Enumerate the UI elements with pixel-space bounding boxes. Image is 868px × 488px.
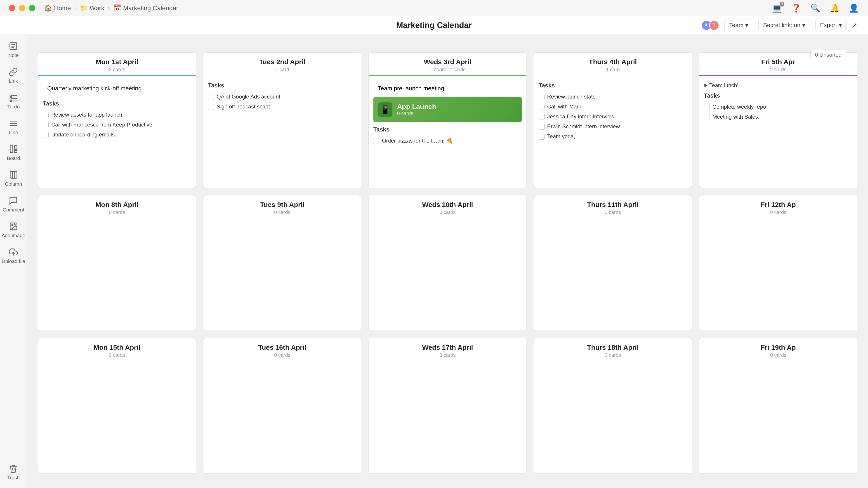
sidebar-link-label: Link — [9, 78, 18, 84]
mon-task-1-text: Review assets for app launch. — [51, 111, 124, 118]
sidebar-upload-label: Upload file — [2, 258, 25, 264]
mon-task-2-checkbox[interactable] — [43, 122, 49, 128]
mon-task-1: Review assets for app launch. — [43, 110, 191, 120]
day-tue-9-name: Tues 9th April — [207, 201, 358, 208]
fri-bullet-1: Team lunch! — [704, 80, 852, 90]
sidebar-item-todo[interactable]: To-do — [7, 93, 20, 110]
day-fri-19-name: Fri 19th Ap — [703, 344, 854, 351]
tue-task-1-checkbox[interactable] — [208, 94, 214, 100]
day-tue-2: Tues 2nd April 1 card Tasks QA of Google… — [203, 53, 361, 188]
help-icon[interactable]: ❓ — [791, 3, 801, 13]
day-wed-3: Weds 3rd April 1 board, 2 cards Team pre… — [368, 53, 526, 188]
app-launch-icon: 📱 — [378, 102, 393, 117]
sidebar-item-note[interactable]: Note — [8, 41, 19, 58]
thu-task-2-checkbox[interactable] — [539, 104, 545, 110]
day-mon-1-count: 2 cards — [42, 67, 192, 72]
breadcrumb: 🏠 Home › 📁 Work › 📅 Marketing Calendar — [44, 4, 178, 12]
app-launch-name: App Launch — [397, 103, 436, 110]
expand-button[interactable]: ⤢ — [852, 22, 857, 29]
day-mon-15-count: 0 cards — [42, 352, 192, 358]
sidebar-item-board[interactable]: Board — [7, 144, 20, 161]
fri-task-1-checkbox[interactable] — [704, 104, 710, 110]
minimize-button[interactable] — [19, 5, 25, 11]
breadcrumb-marketing-calendar[interactable]: 📅 Marketing Calendar — [114, 4, 178, 12]
mon-task-1-checkbox[interactable] — [43, 112, 49, 118]
user-icon[interactable]: 👤 — [849, 3, 859, 13]
search-icon[interactable]: 🔍 — [810, 3, 820, 13]
thu-task-1-text: Review launch stats. — [547, 94, 597, 100]
day-thu-4-count: 1 card — [538, 67, 688, 72]
sidebar-trash-label: Trash — [7, 475, 20, 481]
wed-team-pre-launch: Team pre-launch meeting — [373, 80, 522, 97]
wed-task-1-checkbox[interactable] — [373, 138, 379, 144]
mon-task-3-checkbox[interactable] — [43, 132, 49, 138]
mon-highlight-text: Quarterly marketing kick-off meeting. — [47, 85, 143, 92]
breadcrumb-work[interactable]: 📁 Work — [80, 4, 104, 12]
day-mon-15-header: Mon 15th April 0 cards — [38, 338, 196, 361]
thu-tasks-title: Tasks — [539, 82, 687, 89]
day-mon-8-name: Mon 8th April — [42, 201, 192, 208]
day-fri-19-body — [700, 361, 857, 370]
day-wed-3-count: 1 board, 2 cards — [372, 67, 523, 72]
export-chevron-icon: ▾ — [839, 22, 842, 29]
monitor-icon[interactable]: 💻 3 — [772, 3, 782, 13]
fri-task-2-text: Meeting with Sales. — [712, 113, 760, 120]
day-fri-19-header: Fri 19th Ap 0 cards — [700, 338, 857, 361]
thu-task-1-checkbox[interactable] — [539, 94, 545, 100]
day-mon-15-name: Mon 15th April — [42, 344, 192, 351]
day-tue-9-header: Tues 9th April 0 cards — [204, 195, 361, 219]
day-tue-2-header: Tues 2nd April 1 card — [204, 53, 361, 76]
fri-task-2: Meeting with Sales. — [704, 112, 852, 122]
thu-task-1: Review launch stats. — [539, 92, 687, 102]
day-mon-8: Mon 8th April 0 cards — [38, 195, 196, 331]
unsorted-label: 0 Unsorted — [815, 52, 842, 58]
day-thu-4-header: Thurs 4th April 1 card — [534, 53, 692, 76]
tue-task-1: QA of Google Ads account. — [208, 92, 356, 102]
breadcrumb-home[interactable]: 🏠 Home — [44, 4, 71, 12]
team-chevron-icon: ▾ — [745, 22, 748, 29]
fri-bullet-dot — [704, 84, 707, 87]
sidebar-item-trash[interactable]: Trash — [7, 464, 20, 481]
notifications-icon[interactable]: 🔔 — [830, 3, 840, 13]
close-button[interactable] — [9, 5, 16, 11]
secret-link-button[interactable]: Secret link: on ▾ — [758, 19, 810, 31]
sidebar-item-column[interactable]: Column — [5, 170, 22, 187]
maximize-button[interactable] — [29, 5, 35, 11]
avatar-2: B — [709, 20, 719, 30]
team-label: Team — [729, 22, 744, 29]
thu-task-4-checkbox[interactable] — [539, 124, 545, 130]
sidebar-item-upload-file[interactable]: Upload file — [2, 248, 25, 264]
day-mon-8-body — [38, 219, 196, 228]
day-fri-12-count: 0 cards — [703, 209, 854, 215]
day-thu-11-name: Thurs 11th April — [538, 201, 688, 208]
mon-task-3: Update onboarding emails. — [43, 130, 191, 140]
sidebar-item-comment[interactable]: Comment — [3, 196, 24, 213]
traffic-lights — [9, 5, 35, 11]
team-button[interactable]: Team ▾ — [724, 19, 753, 31]
day-wed-10-header: Weds 10th April 0 cards — [369, 195, 526, 219]
day-mon-15-body — [38, 361, 196, 370]
mon-tasks-title: Tasks — [43, 100, 191, 107]
main-content: 0 Unsorted Mon 1st April 2 cards Quarter… — [27, 34, 868, 488]
app-launch-card[interactable]: 📱 App Launch 0 cards — [373, 97, 522, 123]
day-wed-3-header: Weds 3rd April 1 board, 2 cards — [369, 53, 526, 76]
thu-task-3-checkbox[interactable] — [539, 114, 545, 120]
sidebar-item-link[interactable]: Link — [9, 67, 18, 84]
fri-task-2-checkbox[interactable] — [704, 114, 710, 120]
home-icon: 🏠 — [44, 4, 52, 12]
fri-tasks-title: Tasks — [704, 92, 852, 99]
breadcrumb-home-label: Home — [54, 4, 71, 12]
day-fri-12: Fri 12th Ap 0 cards — [699, 195, 857, 331]
tue-task-2-checkbox[interactable] — [208, 104, 214, 110]
unsorted-button[interactable]: 0 Unsorted — [810, 50, 846, 60]
day-thu-11: Thurs 11th April 0 cards — [534, 195, 692, 331]
sidebar-item-line[interactable]: Line — [9, 119, 18, 135]
sidebar-item-add-image[interactable]: Add image — [2, 222, 25, 238]
thu-task-5-checkbox[interactable] — [539, 134, 545, 140]
day-mon-15: Mon 15th April 0 cards — [38, 338, 196, 474]
day-fri-5-body: Team lunch! Tasks Complete weekly repo M… — [700, 76, 857, 126]
sidebar-comment-label: Comment — [3, 207, 24, 213]
export-button[interactable]: Export ▾ — [815, 19, 846, 31]
sidebar-note-label: Note — [8, 53, 19, 58]
day-mon-1: Mon 1st April 2 cards Quarterly marketin… — [38, 53, 196, 188]
